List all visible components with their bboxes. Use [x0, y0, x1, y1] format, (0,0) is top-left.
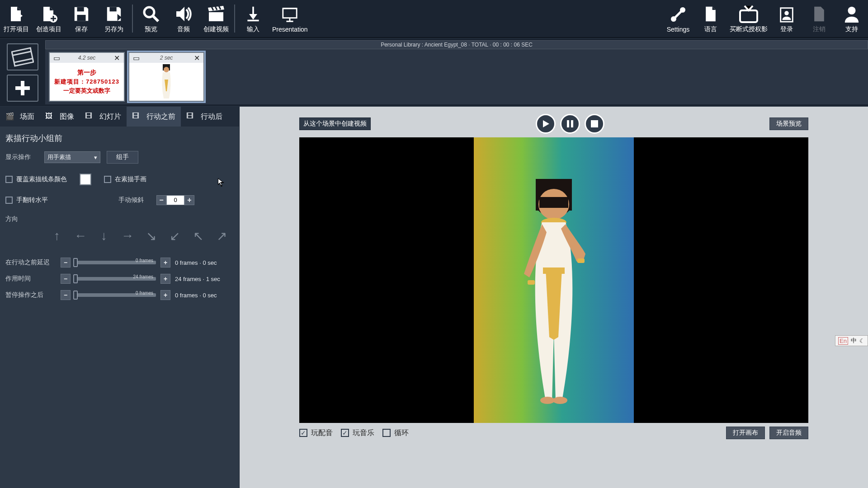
save-as-button[interactable]: 另存为 [98, 1, 130, 36]
loop-checkbox[interactable]: 循环 [382, 428, 409, 438]
import-button[interactable]: 输入 [237, 1, 269, 36]
before-tab-icon: 🎞 [132, 112, 144, 121]
preview-label: 预览 [145, 25, 157, 33]
logout-button: 注销 [803, 1, 835, 36]
film-strip-icon[interactable] [7, 43, 38, 70]
arrow-down-right-icon[interactable]: ↘ [143, 228, 159, 244]
ime-moon-icon: ☾ [859, 338, 865, 344]
slider-value: 0 frames · 0 sec [175, 292, 234, 299]
tilt-increment-button[interactable]: + [184, 195, 194, 205]
slider-increment-button[interactable]: + [160, 290, 170, 300]
slider-label: 在行动之前延迟 [5, 258, 56, 267]
override-color-checkbox[interactable]: 覆盖素描线条颜色 [5, 175, 67, 183]
frame-1[interactable]: ▭ 4.2 sec ✕ 第一步 新建项目：728750123 一定要英文或数字 [49, 52, 125, 102]
pause-button[interactable] [560, 114, 580, 134]
badge-icon [777, 5, 796, 23]
save-button[interactable]: 保存 [65, 1, 98, 36]
frames-row: ▭ 4.2 sec ✕ 第一步 新建项目：728750123 一定要英文或数字 … [45, 49, 868, 104]
project-title-bar: Personal Library : Ancient Egypt_08 · TO… [45, 40, 868, 49]
frame-text-line: 一定要英文或数字 [63, 87, 110, 95]
tab-slide[interactable]: 🎞幻灯片 [80, 107, 127, 127]
checkbox-label: 玩音乐 [353, 428, 374, 438]
slider-track[interactable]: 24 frames [75, 277, 156, 281]
toolbar-right-group: Settings 语言 买断式授权影 登录 注销 支持 [662, 1, 868, 36]
presentation-button[interactable]: Presentation [269, 1, 311, 36]
slider-decrement-button[interactable]: − [61, 258, 71, 267]
tab-after-action[interactable]: 🎞行动后 [181, 107, 228, 127]
scene-preview-button[interactable]: 场景预览 [769, 117, 808, 130]
svg-rect-11 [740, 10, 757, 22]
tilt-decrement-button[interactable]: − [156, 195, 166, 205]
audio-button[interactable]: 音频 [167, 1, 200, 36]
language-button[interactable]: 语言 [694, 1, 727, 36]
preview-area: 从这个场景中创建视频 场景预览 [240, 107, 868, 488]
login-button[interactable]: 登录 [770, 1, 803, 36]
frame-duration: 2 sec [160, 55, 173, 61]
slider-frames-label: 0 frames [136, 258, 153, 263]
frame-2[interactable]: ▭ 2 sec ✕ [128, 52, 204, 102]
tab-scene[interactable]: 🎬场面 [0, 107, 40, 127]
sketch-hand-checkbox[interactable]: 在素描手画 [104, 175, 146, 183]
new-project-button[interactable]: 创造项目 [33, 1, 65, 36]
show-action-select[interactable]: 用手素描 ▾ [44, 151, 100, 163]
arrow-right-icon[interactable]: → [119, 228, 136, 244]
tab-image[interactable]: 🖼图像 [40, 107, 80, 127]
tilt-value[interactable]: 0 [166, 195, 184, 205]
support-button[interactable]: 支持 [835, 1, 868, 36]
toolbar-separator [132, 5, 133, 33]
color-swatch[interactable] [80, 174, 91, 185]
frame-menu-icon[interactable]: ▭ [52, 54, 61, 62]
checkbox-label: 手翻转水平 [16, 196, 48, 204]
svg-rect-7 [247, 20, 259, 22]
svg-line-17 [14, 58, 33, 62]
arrow-up-icon[interactable]: ↑ [49, 228, 65, 244]
property-panel: 🎬场面 🖼图像 🎞幻灯片 🎞行动之前 🎞行动后 素描行动小组前 显示操作 用手素… [0, 107, 240, 488]
frame-close-icon[interactable]: ✕ [112, 54, 122, 62]
svg-rect-29 [577, 258, 585, 263]
flip-horizontal-checkbox[interactable]: 手翻转水平 [5, 196, 48, 204]
person-icon [842, 5, 861, 23]
arrow-left-icon[interactable]: ← [72, 228, 89, 244]
checkbox-box-icon [5, 176, 13, 183]
slider-decrement-button[interactable]: − [61, 290, 71, 300]
make-video-label: 创建视频 [203, 25, 229, 33]
open-audio-button[interactable]: 开启音频 [769, 427, 808, 439]
open-project-button[interactable]: 打开项目 [0, 1, 33, 36]
open-canvas-button[interactable]: 打开画布 [726, 427, 765, 439]
import-label: 输入 [247, 25, 259, 33]
add-frame-button[interactable] [7, 75, 38, 102]
frame-menu-icon[interactable]: ▭ [131, 54, 141, 62]
frame-close-icon[interactable]: ✕ [192, 54, 202, 62]
arrow-up-right-icon[interactable]: ↗ [213, 228, 230, 244]
ime-indicator: En 中 ☾ [835, 335, 868, 346]
arrow-up-left-icon[interactable]: ↖ [190, 228, 206, 244]
checkbox-label: 循环 [394, 428, 409, 438]
pause-slider-row: 暂停操作之后 − 0 frames + 0 frames · 0 sec [5, 290, 234, 300]
settings-button[interactable]: Settings [662, 1, 694, 36]
slider-increment-button[interactable]: + [160, 274, 170, 284]
stop-button[interactable] [585, 114, 604, 134]
slider-track[interactable]: 0 frames [75, 261, 156, 264]
group-hand-button[interactable]: 组手 [107, 151, 138, 164]
play-music-checkbox[interactable]: 玩音乐 [341, 428, 374, 438]
slider-increment-button[interactable]: + [160, 258, 170, 267]
frame-body: 第一步 新建项目：728750123 一定要英文或数字 [50, 63, 124, 101]
play-button[interactable] [536, 114, 556, 134]
tab-label: 行动后 [201, 112, 222, 122]
arrow-down-left-icon[interactable]: ↙ [166, 228, 183, 244]
svg-point-9 [680, 7, 685, 13]
tab-before-action[interactable]: 🎞行动之前 [127, 107, 181, 127]
ime-lang-b: 中 [851, 337, 857, 345]
arrow-down-icon[interactable]: ↓ [96, 228, 112, 244]
login-label: 登录 [780, 25, 793, 33]
license-button[interactable]: 买断式授权影 [727, 1, 770, 36]
make-video-button[interactable]: 创建视频 [200, 1, 232, 36]
preview-button[interactable]: 预览 [135, 1, 167, 36]
slider-decrement-button[interactable]: − [61, 274, 71, 284]
save-as-icon [104, 5, 123, 23]
save-icon [72, 5, 91, 23]
play-voice-checkbox[interactable]: 玩配音 [299, 428, 333, 438]
direction-arrows: ↑ ← ↓ → ↘ ↙ ↖ ↗ [5, 228, 234, 244]
slider-track[interactable]: 0 frames [75, 293, 156, 297]
create-video-from-scene-button[interactable]: 从这个场景中创建视频 [299, 117, 371, 130]
